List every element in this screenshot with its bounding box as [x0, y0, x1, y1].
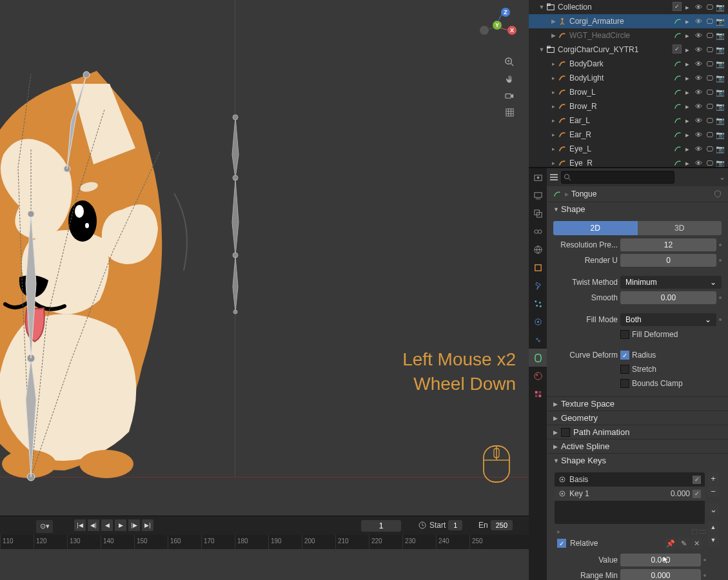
viewport-icon[interactable]: 🖵 [704, 87, 714, 97]
tab-data[interactable] [529, 349, 547, 367]
expand-icon[interactable]: ▸ [549, 117, 557, 124]
keyframe-dot[interactable] [719, 296, 722, 299]
visibility-icon[interactable]: 👁 [693, 73, 703, 83]
end-frame-field[interactable]: 250 [491, 520, 513, 530]
expand-icon[interactable]: ▸ [549, 61, 557, 67]
visibility-icon[interactable]: 👁 [693, 16, 703, 26]
expand-icon[interactable]: ▸ [549, 103, 557, 110]
render-icon[interactable]: 📷 [715, 73, 725, 83]
sk-value-field[interactable]: 0.000 [620, 554, 701, 566]
selectable-icon[interactable]: ▸ [682, 144, 693, 154]
visibility-icon[interactable]: 👁 [693, 2, 703, 12]
tab-physics[interactable] [529, 313, 547, 331]
selectable-icon[interactable]: ▸ [682, 30, 693, 41]
fill-mode-select[interactable]: Both⌄ [620, 313, 716, 326]
visibility-icon[interactable]: 👁 [693, 144, 703, 154]
viewport-icon[interactable]: 🖵 [704, 16, 714, 26]
outliner-row[interactable]: ▸Eye_R▸👁🖵📷 [529, 156, 728, 168]
keyframe-next-button[interactable]: |▶ [128, 519, 141, 532]
tab-particles[interactable] [529, 295, 547, 313]
outliner[interactable]: ▼Collection✓▸👁🖵📷▶Corgi_Armature▸👁🖵📷▶WGT_… [529, 0, 728, 168]
smooth-field[interactable]: 0.00 [620, 291, 716, 304]
viewport-icon[interactable]: 🖵 [704, 144, 714, 154]
tab-modifier[interactable] [529, 276, 547, 295]
axis-y-icon[interactable]: Y [493, 21, 502, 30]
expand-icon[interactable]: ▸ [549, 75, 557, 81]
perspective-toggle-icon[interactable] [502, 104, 517, 120]
viewport-icon[interactable]: 🖵 [704, 158, 714, 168]
shapekey-item[interactable]: Key 10.000✓ [555, 487, 705, 501]
render-icon[interactable]: 📷 [715, 2, 725, 12]
outliner-row[interactable]: ▸BodyDark▸👁🖵📷 [529, 57, 728, 71]
shapekey-move-down-button[interactable]: ▼ [707, 534, 719, 546]
visibility-icon[interactable]: 👁 [693, 158, 703, 168]
mode-3d-button[interactable]: 3D [638, 221, 722, 235]
shapekey-edit-mode-button[interactable]: ✎ [678, 537, 689, 549]
expand-icon[interactable]: ▸ [549, 131, 557, 138]
shapekey-add-button[interactable]: + [707, 472, 719, 484]
play-button[interactable]: ▶ [114, 519, 127, 532]
expand-icon[interactable]: ▶ [549, 32, 557, 39]
visibility-icon[interactable]: 👁 [693, 44, 703, 55]
keyframe-dot[interactable] [719, 259, 722, 262]
timeline[interactable]: ⊙▾ |◀ ◀| ◀ ▶ |▶ ▶| 1 Start 1 En 250 1101… [0, 516, 529, 549]
keyframe-dot[interactable] [719, 318, 722, 321]
viewport-icon[interactable]: 🖵 [704, 2, 714, 12]
render-icon[interactable]: 📷 [715, 130, 725, 140]
render-icon[interactable]: 📷 [715, 101, 725, 111]
expand-icon[interactable]: ▸ [549, 160, 557, 166]
fill-deformed-checkbox[interactable] [620, 330, 629, 339]
outliner-row[interactable]: ▸Brow_R▸👁🖵📷 [529, 99, 728, 113]
zoom-icon[interactable] [502, 54, 517, 70]
jump-start-button[interactable]: |◀ [74, 519, 86, 532]
stretch-checkbox[interactable] [620, 365, 629, 374]
resolution-field[interactable]: 12 [620, 238, 716, 251]
search-input[interactable] [561, 171, 674, 184]
tab-scene[interactable] [529, 222, 547, 240]
outliner-row[interactable]: ▼Collection✓▸👁🖵📷 [529, 0, 728, 14]
timeline-ruler[interactable]: 1101201301401501601701801902002102202302… [0, 535, 529, 549]
keyframe-dot[interactable] [703, 574, 706, 577]
relative-checkbox[interactable]: ✓ [557, 539, 566, 548]
outliner-row[interactable]: ▶Corgi_Armature▸👁🖵📷 [529, 14, 728, 28]
render-icon[interactable]: 📷 [715, 87, 725, 97]
path-animation-checkbox[interactable] [561, 428, 570, 437]
axis-neg-icon[interactable] [480, 26, 489, 35]
jump-end-button[interactable]: ▶| [141, 519, 154, 532]
tab-world[interactable] [529, 240, 547, 258]
render-icon[interactable]: 📷 [715, 115, 725, 126]
camera-view-icon[interactable] [502, 88, 517, 103]
tab-texture[interactable] [529, 385, 547, 403]
shapekey-specials-button[interactable]: ⌄ [707, 503, 719, 515]
sk-range-min-field[interactable]: 0.000 [620, 569, 701, 580]
tab-material[interactable] [529, 367, 547, 385]
viewport-icon[interactable]: 🖵 [704, 101, 714, 111]
tab-render[interactable] [529, 168, 547, 186]
visibility-icon[interactable]: 👁 [693, 101, 703, 111]
selectable-icon[interactable]: ▸ [682, 2, 693, 12]
viewport-icon[interactable]: 🖵 [704, 44, 714, 55]
panel-texture-space-header[interactable]: ▶Texture Space [547, 396, 728, 411]
play-reverse-button[interactable]: ◀ [101, 519, 113, 532]
viewport-3d[interactable]: Z X Y Left Mouse x2 Wheel Down [0, 0, 529, 516]
nav-gizmo[interactable]: Z X Y [478, 6, 515, 43]
render-icon[interactable]: 📷 [715, 158, 725, 168]
render-icon[interactable]: 📷 [715, 59, 725, 69]
shapekey-pin-button[interactable]: 📌 [665, 537, 676, 549]
visibility-icon[interactable]: 👁 [693, 130, 703, 140]
twist-method-select[interactable]: Minimum⌄ [620, 276, 722, 289]
visibility-icon[interactable]: 👁 [693, 59, 703, 69]
panel-path-animation-header[interactable]: ▶Path Animation [547, 425, 728, 439]
visibility-icon[interactable]: 👁 [693, 87, 703, 97]
shape-keys-list[interactable]: Basis✓Key 10.000✓ + − ⌄ ▲ ▼ [555, 472, 705, 524]
tab-object[interactable] [529, 258, 547, 276]
render-u-field[interactable]: 0 [620, 254, 716, 267]
current-frame-field[interactable]: 1 [361, 520, 401, 532]
outliner-row[interactable]: ▸BodyLight▸👁🖵📷 [529, 71, 728, 85]
keyframe-prev-button[interactable]: ◀| [87, 519, 100, 532]
viewport-icon[interactable]: 🖵 [704, 30, 714, 41]
expand-icon[interactable]: ▸ [549, 146, 557, 152]
pan-icon[interactable] [502, 71, 517, 86]
outliner-row[interactable]: ▸Ear_R▸👁🖵📷 [529, 128, 728, 142]
options-icon[interactable] [549, 173, 558, 182]
